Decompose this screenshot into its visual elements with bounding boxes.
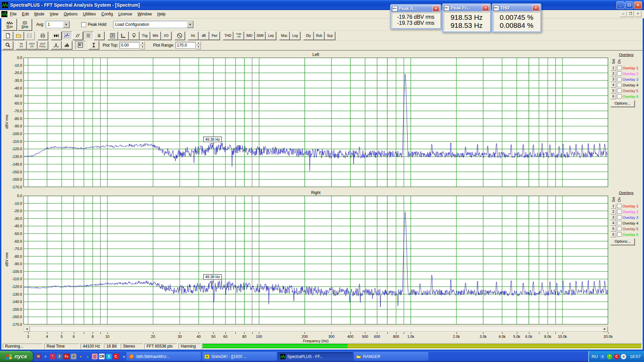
load-configuration-combobox[interactable]: Load Configuration▼	[113, 21, 194, 28]
overlays-options-button[interactable]: Options...	[610, 100, 635, 107]
quick-launch-app-red-icon[interactable]: *	[50, 354, 55, 359]
reverb-button[interactable]: Rvb	[314, 32, 324, 40]
overlay-on-checkbox-4[interactable]	[617, 83, 622, 87]
overlay-set-button-6[interactable]: 6	[610, 94, 616, 99]
spectrum-display-button[interactable]	[62, 32, 72, 40]
overlay-set-button-3[interactable]: 3	[610, 215, 616, 220]
db-button[interactable]: dB	[199, 32, 209, 40]
scroll-right-arrow[interactable]: ►	[602, 326, 608, 332]
open-file-button[interactable]	[13, 32, 24, 40]
quick-launch-chevron[interactable]: »	[123, 354, 125, 359]
bar-display-button[interactable]	[62, 41, 72, 49]
avg-combobox[interactable]: 1▼	[46, 21, 70, 28]
macro-button[interactable]: Mac	[279, 32, 289, 40]
mdi-close-button[interactable]: ×	[635, 11, 641, 17]
menu-utilities[interactable]: Utilities	[80, 11, 99, 17]
quick-launch-pink-icon[interactable]: @	[92, 354, 98, 359]
menu-help[interactable]: Help	[155, 11, 168, 17]
overlay-on-checkbox-4[interactable]	[617, 221, 622, 225]
overlay-set-button-5[interactable]: 5	[610, 226, 616, 232]
overlay-on-checkbox-5[interactable]	[617, 227, 622, 231]
quick-launch-green-triangle-icon[interactable]: ▲	[85, 354, 91, 359]
plot-range-spinner[interactable]: ▲▼	[196, 41, 201, 49]
display-options-button[interactable]	[75, 41, 86, 49]
overlay-on-checkbox-2[interactable]	[617, 71, 622, 76]
plot-top-input[interactable]	[119, 42, 140, 49]
task-ranger[interactable]: RANGER	[354, 352, 428, 361]
zoom-out-2x-button[interactable]: OUT2X	[27, 41, 37, 49]
power-button[interactable]: Pwr	[209, 32, 220, 40]
quick-launch-cr-icon[interactable]: CR	[99, 354, 105, 359]
menu-edit[interactable]: Edit	[19, 11, 32, 17]
new-file-button[interactable]	[3, 32, 13, 40]
peak-hold-checkbox[interactable]	[81, 22, 86, 27]
waterfall-display-button[interactable]	[94, 32, 104, 40]
menu-view[interactable]: View	[47, 11, 61, 17]
overlay-on-checkbox-5[interactable]	[617, 88, 622, 93]
scroll-left-arrow[interactable]: ◄	[24, 326, 30, 332]
microphone-button[interactable]	[129, 32, 139, 40]
overlay-on-checkbox-1[interactable]	[617, 204, 622, 208]
plot-range-input[interactable]	[175, 42, 196, 49]
menu-mode[interactable]: Mode	[32, 11, 47, 17]
snr-button[interactable]: SNR	[255, 32, 265, 40]
overlay-set-button-1[interactable]: 1	[610, 65, 616, 71]
overlay-on-checkbox-1[interactable]	[617, 66, 622, 70]
start-button[interactable]: пуск	[0, 351, 33, 362]
spectrogram-display-button[interactable]	[83, 32, 94, 40]
icq-flower-icon[interactable]: *	[607, 354, 612, 359]
print-button[interactable]	[38, 32, 48, 40]
zoom-out-full-button[interactable]: OUTFULL	[38, 41, 48, 49]
overlay-on-checkbox-3[interactable]	[617, 215, 622, 220]
quick-launch-orange-ball-icon[interactable]: ●	[78, 354, 84, 359]
overlay-set-button-1[interactable]: 1	[610, 203, 616, 209]
zoom-tool-button[interactable]	[3, 41, 13, 49]
peak-frequency-window[interactable]: Peak Fr...×918.53 Hz918.53 Hz	[442, 3, 491, 33]
peak-curve-button[interactable]	[51, 41, 61, 49]
delay-button[interactable]: Dly	[303, 32, 314, 40]
overlay-set-button-3[interactable]: 3	[610, 77, 616, 82]
task-snimok[interactable]: SnimOK! - [[1920 ...	[202, 352, 277, 361]
title-bar[interactable]: SpectraPLUS - FFT Spectral Analysis Syst…	[0, 0, 644, 10]
leq-button[interactable]: Leq	[266, 32, 276, 40]
quick-launch-window-icon[interactable]: #	[57, 354, 62, 359]
phase-display-button[interactable]	[72, 32, 83, 40]
overlay-on-checkbox-2[interactable]	[617, 209, 622, 214]
menu-options[interactable]: Options	[61, 11, 80, 17]
peak-amplitude-window[interactable]: Peak A...×-19.76 dBV rms-19.73 dBV rms	[390, 4, 441, 29]
thd-button[interactable]: THD	[223, 32, 233, 40]
log-button[interactable]: Log	[290, 32, 300, 40]
eset-tray-icon[interactable]: e	[621, 354, 626, 359]
io-button[interactable]: I/O	[161, 32, 171, 40]
menu-config[interactable]: Config	[99, 11, 116, 17]
overlay-on-checkbox-6[interactable]	[617, 232, 622, 237]
combo-arrow-icon[interactable]: ▼	[63, 21, 69, 28]
quick-launch-filezilla-icon[interactable]: Fz	[64, 354, 69, 359]
calibration-button[interactable]	[118, 32, 128, 40]
comodo-tray-icon[interactable]: C	[614, 354, 619, 359]
task-firefox[interactable]: :btih:5bhhavl4frcr...	[126, 352, 201, 361]
thd-window[interactable]: THD×0.00745 %0.00884 %	[492, 3, 541, 33]
quick-launch-tool-icon[interactable]: +	[71, 354, 76, 359]
language-bar-icon[interactable]: <	[600, 354, 605, 359]
spectrum-plot-right[interactable]: 49.38 Hz	[23, 196, 608, 324]
quick-launch-media-icon[interactable]: W	[36, 354, 41, 359]
maximize-button[interactable]	[625, 1, 633, 9]
overlay-set-button-5[interactable]: 5	[610, 88, 616, 94]
overlays-options-button[interactable]: Options...	[610, 238, 635, 245]
quick-launch-skype-icon[interactable]: S	[106, 354, 112, 359]
overlay-on-checkbox-6[interactable]	[617, 94, 622, 99]
scope-button[interactable]: Scp	[325, 32, 335, 40]
save-button[interactable]	[24, 32, 35, 40]
mixer-button[interactable]	[107, 32, 118, 40]
stop-button[interactable]: Stop	[18, 19, 32, 31]
horizontal-scrollbar[interactable]: ◄►	[23, 326, 608, 331]
floating-title-bar[interactable]: Peak Fr...×	[443, 4, 490, 11]
passthru-button[interactable]	[51, 32, 61, 40]
mdi-minimize-button[interactable]: –	[620, 11, 627, 17]
mdi-restore-button[interactable]: ❒	[627, 11, 634, 17]
imd-button[interactable]: IMD	[244, 32, 255, 40]
close-icon[interactable]: ×	[482, 5, 489, 11]
language-indicator[interactable]: RU	[592, 354, 598, 359]
signal-generator-button[interactable]	[174, 32, 185, 40]
